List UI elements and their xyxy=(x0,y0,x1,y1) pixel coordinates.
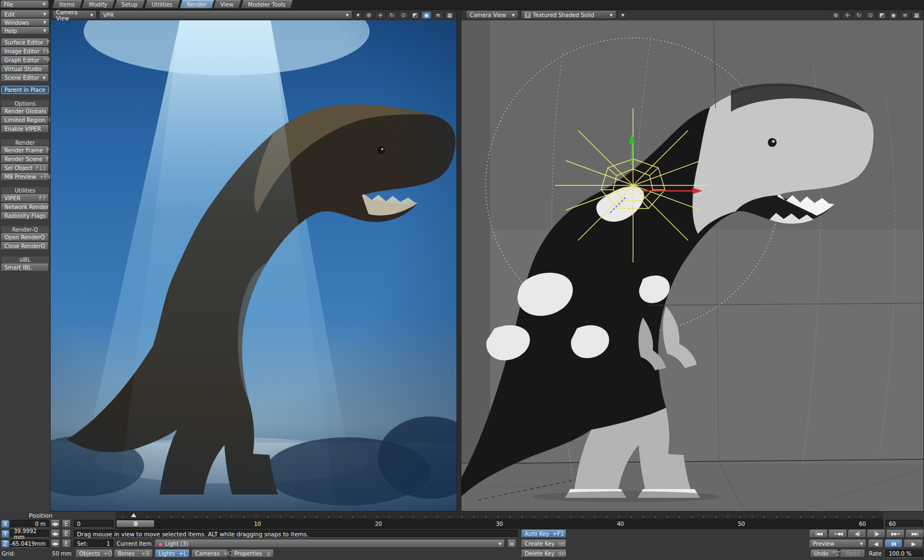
y-stepper[interactable]: ◀▶ xyxy=(51,530,60,538)
frame-marker-icon[interactable] xyxy=(131,513,136,517)
auto-key-button[interactable]: Auto Key+F1 xyxy=(521,530,566,538)
tab-utilities[interactable]: Utilities xyxy=(144,0,180,9)
mb-preview-button[interactable]: MB Preview+F9 xyxy=(1,173,49,181)
z-axis-chip[interactable]: Z xyxy=(1,540,9,548)
go-to-end-button[interactable]: ▶▶| xyxy=(906,530,924,538)
enable-viper-button[interactable]: Enable VIPER xyxy=(1,125,49,133)
y-envelope-button[interactable]: E xyxy=(62,530,71,538)
pause-button[interactable]: ▮▮ xyxy=(885,540,903,548)
film-icon[interactable]: ▦ xyxy=(911,11,922,19)
network-render-button[interactable]: Network Render xyxy=(1,203,49,211)
tick-label: 30 xyxy=(496,521,503,527)
z-envelope-button[interactable]: E xyxy=(62,540,71,548)
radiosity-flags-button[interactable]: Radiosity Flags xyxy=(1,212,49,220)
current-item-dropdown[interactable]: ◆ Light (3) ▼ xyxy=(155,540,505,548)
play-forward-button[interactable]: ▶ xyxy=(904,540,923,548)
virtual-studio-button[interactable]: Virtual Studio xyxy=(1,65,49,73)
chevron-down-icon: ▼ xyxy=(41,29,46,33)
maximize-icon[interactable]: ◩ xyxy=(877,11,887,19)
scene-editor-button[interactable]: Scene Editor▼ xyxy=(1,74,49,82)
render-globals-button[interactable]: Render Globals xyxy=(1,107,49,116)
properties-button[interactable]: Propertiesp xyxy=(231,550,274,558)
tab-modify[interactable]: Modify xyxy=(81,0,116,9)
shading-mode-dropdown[interactable]: T Textured Shaded Solid▼ xyxy=(521,11,617,19)
limited-region-button[interactable]: Limited Regionl xyxy=(1,116,49,124)
viper-button[interactable]: VIPERF7 xyxy=(1,194,49,202)
previous-frame-button[interactable]: ◀|| xyxy=(848,530,866,538)
film-icon[interactable]: ▦ xyxy=(444,11,455,19)
opengl-canvas[interactable] xyxy=(461,20,923,511)
open-renderq-button[interactable]: Open RenderQ xyxy=(1,233,49,241)
cameras-button[interactable]: Cameras+C xyxy=(192,550,228,558)
timeline-slider[interactable]: 0 0 10 20 30 40 50 60 xyxy=(116,519,883,529)
end-frame-field[interactable]: 60 xyxy=(886,520,923,528)
objects-button[interactable]: Objects+O xyxy=(76,550,113,558)
move-icon[interactable]: ✛ xyxy=(375,11,386,19)
tab-view[interactable]: View xyxy=(213,0,241,9)
surface-editor-button[interactable]: Surface EditorF5 xyxy=(1,39,49,47)
sel-object-button[interactable]: Sel ObjectF11 xyxy=(1,164,49,172)
zoom-icon[interactable]: ⊙ xyxy=(398,11,409,19)
rotate-icon[interactable]: ↻ xyxy=(387,11,397,19)
camera-icon[interactable]: ◉ xyxy=(888,11,899,19)
y-position-field[interactable]: 39.9992 mm xyxy=(10,530,49,538)
x-envelope-button[interactable]: E xyxy=(62,520,71,528)
view-type-dropdown[interactable]: Camera View▼ xyxy=(466,11,519,19)
preview-dropdown[interactable]: Preview▼ xyxy=(810,540,866,548)
viewport-options-dropdown[interactable]: ▼ xyxy=(354,11,362,19)
image-editor-button[interactable]: Image EditorF6 xyxy=(1,47,49,56)
graph-editor-button[interactable]: Graph Editor^F2 xyxy=(1,56,49,64)
tab-render[interactable]: Render xyxy=(179,0,215,9)
parent-in-place-button[interactable]: Parent in Place xyxy=(1,86,49,94)
vpr-render-canvas[interactable] xyxy=(51,20,457,511)
tick-label: 50 xyxy=(738,521,745,527)
x-position-field[interactable]: 0 m xyxy=(10,520,49,528)
next-key-button[interactable]: ▶▶+ xyxy=(887,530,905,538)
viewport-vpr: Camera View▼ VPR▼ ▼ ⊕ ✛ ↻ ⊙ ◩ ◉ ≡ ▦ xyxy=(50,9,457,512)
view-type-dropdown[interactable]: Camera View▼ xyxy=(52,11,97,19)
render-frame-button[interactable]: Render FrameF9 xyxy=(1,146,49,155)
menu-file[interactable]: File ▼ xyxy=(1,1,49,8)
tab-items[interactable]: Items xyxy=(52,0,83,9)
list-icon[interactable]: ≡ xyxy=(900,11,910,19)
previous-key-button[interactable]: +◀◀ xyxy=(829,530,847,538)
move-icon[interactable]: ✛ xyxy=(842,11,853,19)
undo-button[interactable]: Undo^Z xyxy=(811,550,838,558)
status-bar: Drag mouse in view to move selected item… xyxy=(74,530,518,538)
delete-key-button[interactable]: Delete Keydel xyxy=(521,550,566,558)
rotate-icon[interactable]: ↻ xyxy=(854,11,864,19)
z-position-field[interactable]: -65.0419mm xyxy=(10,540,49,548)
y-axis-chip[interactable]: Y xyxy=(1,530,9,538)
create-key-button[interactable]: Create Keyret xyxy=(521,540,566,548)
render-scene-button[interactable]: Render SceneF10 xyxy=(1,155,49,163)
tab-setup[interactable]: Setup xyxy=(114,0,146,9)
pan-icon[interactable]: ⊕ xyxy=(831,11,841,19)
maximize-icon[interactable]: ◩ xyxy=(410,11,420,19)
camera-icon[interactable]: ◉ xyxy=(421,11,432,19)
list-icon[interactable]: ≡ xyxy=(433,11,443,19)
redo-button[interactable]: Redo xyxy=(840,550,865,558)
play-reverse-button[interactable]: ◀ xyxy=(868,540,883,548)
x-stepper[interactable]: ◀▶ xyxy=(51,520,60,528)
rate-field[interactable]: 100.0 % xyxy=(886,550,923,558)
next-frame-button[interactable]: ||▶ xyxy=(867,530,886,538)
chevron-down-icon: ▼ xyxy=(40,2,46,7)
current-frame-field[interactable]: 0 xyxy=(74,520,113,528)
bones-button[interactable]: Bones+B xyxy=(114,550,153,558)
z-stepper[interactable]: ◀▶ xyxy=(51,540,60,548)
item-sheet-icon[interactable]: ▤ xyxy=(507,540,516,548)
zoom-icon[interactable]: ⊙ xyxy=(865,11,876,19)
smart-ibl-button[interactable]: Smart IBL xyxy=(1,263,49,272)
x-axis-chip[interactable]: X xyxy=(1,520,9,528)
lights-button[interactable]: Lights+L xyxy=(155,550,190,558)
menu-help[interactable]: Help▼ xyxy=(1,27,50,35)
menu-windows[interactable]: Windows▼ xyxy=(1,19,50,26)
menu-edit[interactable]: Edit▼ xyxy=(1,10,50,18)
viewport-options-dropdown[interactable]: ▼ xyxy=(618,11,628,19)
timeline-ruler[interactable] xyxy=(116,512,883,519)
tab-modeler-tools[interactable]: Modeler Tools xyxy=(240,0,294,9)
render-mode-dropdown[interactable]: VPR▼ xyxy=(99,11,353,19)
close-renderq-button[interactable]: Close RenderQ xyxy=(1,242,49,250)
pan-icon[interactable]: ⊕ xyxy=(364,11,374,19)
go-to-start-button[interactable]: |◀◀ xyxy=(810,530,828,538)
